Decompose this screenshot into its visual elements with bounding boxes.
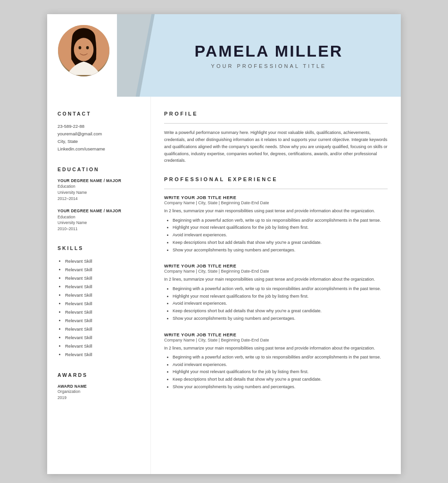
skill-2: Relevant Skill bbox=[65, 266, 141, 274]
job-bullet-2-1: Beginning with a powerful action verb, w… bbox=[173, 285, 388, 293]
contact-email: youremail@gmail.com bbox=[58, 130, 141, 138]
avatar-svg bbox=[58, 24, 109, 76]
skills-heading: SKILLS bbox=[58, 245, 141, 252]
job-bullet-1-2: Highlight your most relevant qualificati… bbox=[173, 224, 388, 232]
job-bullet-1-5: Show your accomplishments by using numbe… bbox=[173, 247, 388, 254]
job-bullet-3-2: Avoid irrelevant experiences. bbox=[173, 361, 388, 369]
contact-info: 23-589-22-88 youremail@gmail.com City, S… bbox=[58, 123, 141, 153]
skill-6: Relevant Skill bbox=[65, 300, 141, 308]
contact-heading: CONTACT bbox=[58, 111, 141, 118]
job-bullet-3-5: Show your accomplishments by using numbe… bbox=[173, 383, 388, 391]
edu-years-2: 2010–2011 bbox=[58, 226, 141, 232]
contact-phone: 23-589-22-88 bbox=[58, 123, 141, 130]
skill-9: Relevant Skill bbox=[65, 325, 141, 333]
job-meta-2: Company Name | City, State | Beginning D… bbox=[164, 269, 388, 274]
edu-entry-2: YOUR DEGREE NAME / MAJOR Education Unive… bbox=[58, 208, 141, 232]
skill-7: Relevant Skill bbox=[65, 308, 141, 316]
skill-4: Relevant Skill bbox=[65, 283, 141, 291]
job-bullet-2-4: Keep descriptions short but add details … bbox=[173, 308, 388, 315]
header-text-block: PAMELA MILLER YOUR PROFESSIONAL TITLE bbox=[146, 14, 401, 97]
job-entry-3: WRITE YOUR JOB TITLE HERE Company Name |… bbox=[164, 332, 388, 391]
award-name-1: AWARD NAME bbox=[58, 384, 141, 389]
svg-point-3 bbox=[79, 46, 82, 50]
awards-section: AWARDS AWARD NAME Organization 2019 bbox=[58, 372, 141, 401]
job-bullet-3-3: Highlight your most relevant qualificati… bbox=[173, 368, 388, 376]
edu-university-1: University Name bbox=[58, 190, 141, 196]
edu-degree-1: YOUR DEGREE NAME / MAJOR bbox=[58, 178, 141, 184]
job-entry-2: WRITE YOUR JOB TITLE HERE Company Name |… bbox=[164, 263, 388, 322]
experience-section: PROFESSIONAL EXPERIENCE WRITE YOUR JOB T… bbox=[164, 176, 388, 391]
candidate-name: PAMELA MILLER bbox=[195, 42, 343, 60]
job-bullet-1-1: Beginning with a powerful action verb, w… bbox=[173, 217, 388, 225]
job-title-2: WRITE YOUR JOB TITLE HERE bbox=[164, 263, 388, 268]
edu-years-1: 2012–2014 bbox=[58, 196, 141, 202]
job-bullet-2-2: Highlight your most relevant qualificati… bbox=[173, 293, 388, 300]
job-meta-1: Company Name | City, State | Beginning D… bbox=[164, 200, 388, 205]
skill-12: Relevant Skill bbox=[65, 350, 141, 359]
edu-entry-1: YOUR DEGREE NAME / MAJOR Education Unive… bbox=[58, 178, 141, 202]
resume-document: PAMELA MILLER YOUR PROFESSIONAL TITLE CO… bbox=[47, 14, 401, 474]
job-bullet-1-3: Avoid irrelevant experiences. bbox=[173, 232, 388, 239]
main-content: PROFILE Write a powerful performance sum… bbox=[151, 97, 401, 474]
job-bullet-1-4: Keep descriptions short but add details … bbox=[173, 239, 388, 247]
job-bullets-3: Beginning with a powerful action verb, w… bbox=[164, 354, 388, 391]
contact-location: City, State bbox=[58, 138, 141, 145]
job-bullet-2-5: Show your accomplishments by using numbe… bbox=[173, 315, 388, 323]
job-entry-1: WRITE YOUR JOB TITLE HERE Company Name |… bbox=[164, 195, 388, 254]
skill-10: Relevant Skill bbox=[65, 333, 141, 342]
job-bullets-1: Beginning with a powerful action verb, w… bbox=[164, 217, 388, 254]
skills-section: SKILLS Relevant Skill Relevant Skill Rel… bbox=[58, 245, 141, 359]
award-entry-1: AWARD NAME Organization 2019 bbox=[58, 384, 141, 401]
photo-placeholder bbox=[58, 25, 109, 76]
resume-body: CONTACT 23-589-22-88 youremail@gmail.com… bbox=[47, 97, 401, 474]
job-bullet-2-3: Avoid irrelevant experiences. bbox=[173, 300, 388, 308]
skill-8: Relevant Skill bbox=[65, 316, 141, 325]
job-summary-2: In 2 lines, summarize your main responsi… bbox=[164, 276, 388, 283]
experience-divider bbox=[164, 189, 388, 189]
education-heading: EDUCATION bbox=[58, 167, 141, 174]
job-meta-3: Company Name | City, State | Beginning D… bbox=[164, 338, 388, 342]
job-bullets-2: Beginning with a powerful action verb, w… bbox=[164, 285, 388, 323]
edu-university-2: University Name bbox=[58, 220, 141, 226]
profile-text: Write a powerful performance summary her… bbox=[164, 129, 388, 164]
profile-heading: PROFILE bbox=[164, 111, 388, 118]
skill-3: Relevant Skill bbox=[65, 274, 141, 283]
job-summary-1: In 2 lines, summarize your main responsi… bbox=[164, 208, 388, 214]
job-bullet-3-4: Keep descriptions short but add details … bbox=[173, 376, 388, 383]
profile-photo bbox=[57, 24, 111, 78]
award-year-1: 2019 bbox=[58, 395, 141, 401]
contact-section: CONTACT 23-589-22-88 youremail@gmail.com… bbox=[58, 111, 141, 153]
skills-list: Relevant Skill Relevant Skill Relevant S… bbox=[58, 257, 141, 359]
job-title-1: WRITE YOUR JOB TITLE HERE bbox=[164, 195, 388, 200]
resume-header: PAMELA MILLER YOUR PROFESSIONAL TITLE bbox=[47, 14, 401, 97]
skill-5: Relevant Skill bbox=[65, 291, 141, 300]
awards-heading: AWARDS bbox=[58, 372, 141, 379]
profile-divider bbox=[164, 123, 388, 124]
svg-point-2 bbox=[74, 38, 94, 61]
job-summary-3: In 2 lines, summarize your main responsi… bbox=[164, 345, 388, 351]
skill-1: Relevant Skill bbox=[65, 257, 141, 266]
job-title-3: WRITE YOUR JOB TITLE HERE bbox=[164, 332, 388, 337]
skill-11: Relevant Skill bbox=[65, 342, 141, 350]
edu-degree-2: YOUR DEGREE NAME / MAJOR bbox=[58, 208, 141, 214]
award-org-1: Organization bbox=[58, 389, 141, 395]
education-section: EDUCATION YOUR DEGREE NAME / MAJOR Educa… bbox=[58, 167, 141, 232]
candidate-title: YOUR PROFESSIONAL TITLE bbox=[211, 63, 327, 69]
experience-heading: PROFESSIONAL EXPERIENCE bbox=[164, 176, 388, 184]
edu-level-1: Education bbox=[58, 183, 141, 190]
profile-section: PROFILE Write a powerful performance sum… bbox=[164, 111, 388, 164]
contact-linkedin: Linkedin.com/username bbox=[58, 145, 141, 153]
edu-level-2: Education bbox=[58, 214, 141, 220]
svg-point-4 bbox=[86, 46, 89, 50]
resume-sidebar: CONTACT 23-589-22-88 youremail@gmail.com… bbox=[47, 97, 151, 474]
job-bullet-3-1: Beginning with a powerful action verb, w… bbox=[173, 354, 388, 361]
